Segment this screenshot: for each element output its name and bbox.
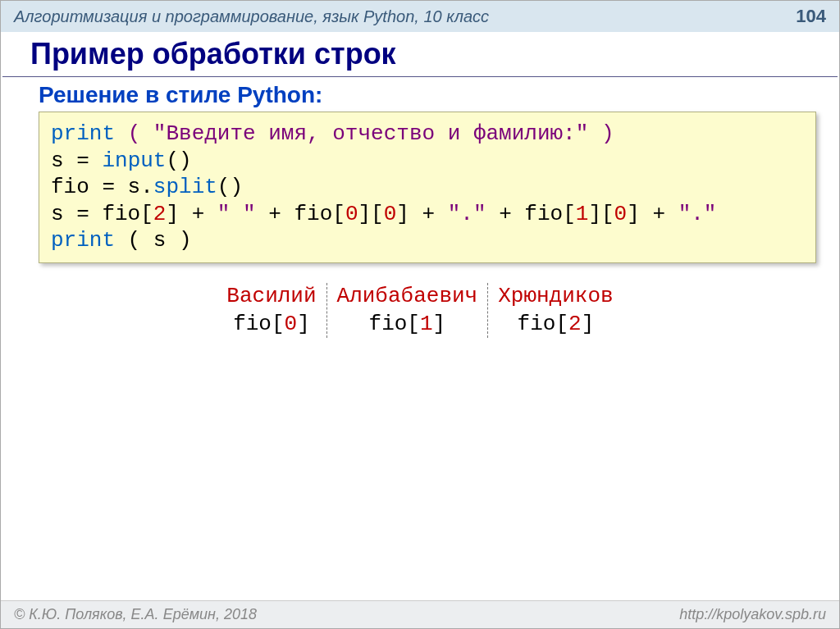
code-keyword: print	[51, 121, 115, 146]
subtitle: Решение в стиле Python:	[1, 77, 839, 112]
table-row: Василий Алибабаевич Хрюндиков	[218, 283, 621, 310]
header-bar: Алгоритмизация и программирование, язык …	[1, 1, 839, 32]
breadcrumb: Алгоритмизация и программирование, язык …	[14, 7, 489, 26]
code-string: ( "Введите имя, отчество и фамилию:" )	[128, 121, 614, 146]
divider	[326, 283, 327, 338]
page-title: Пример обработки строк	[2, 32, 838, 77]
example-label: fio[	[518, 312, 568, 336]
example-label: ]	[433, 312, 446, 336]
example-label: ]	[582, 312, 595, 336]
code-string: " "	[217, 202, 256, 226]
code-text: s = fio[	[51, 202, 153, 226]
copyright: © К.Ю. Поляков, Е.А. Ерёмин, 2018	[14, 606, 257, 623]
code-text: ()	[166, 148, 191, 173]
footer-link: http://kpolyakov.spb.ru	[679, 606, 826, 623]
code-number: 0	[614, 202, 628, 226]
page-number: 104	[796, 6, 826, 27]
example-block: Василий Алибабаевич Хрюндиков fio[0] fio…	[1, 281, 839, 340]
example-label: fio[	[233, 312, 284, 336]
code-keyword: print	[51, 228, 115, 253]
code-text: ( s )	[115, 228, 192, 253]
code-text: ][	[588, 202, 614, 226]
example-table: Василий Алибабаевич Хрюндиков fio[0] fio…	[217, 281, 623, 340]
code-text: ] +	[166, 202, 217, 226]
example-word: Василий	[226, 284, 316, 308]
code-text: + fio[	[486, 202, 576, 226]
code-keyword: split	[153, 175, 217, 199]
example-index: 0	[285, 312, 298, 336]
code-string: "."	[678, 202, 717, 226]
code-keyword: input	[102, 148, 166, 173]
divider	[487, 283, 488, 338]
code-text: s =	[51, 148, 102, 173]
code-text: fio = s.	[51, 175, 153, 199]
example-label: ]	[297, 312, 310, 336]
code-text: + fio[	[256, 202, 345, 226]
table-row: fio[0] fio[1] fio[2]	[218, 311, 621, 338]
example-word: Хрюндиков	[498, 284, 613, 308]
code-text: ][	[358, 202, 384, 226]
code-text: ] +	[396, 202, 447, 226]
footer: © К.Ю. Поляков, Е.А. Ерёмин, 2018 http:/…	[1, 600, 839, 628]
code-number: 2	[153, 202, 167, 226]
example-label: fio[	[369, 312, 420, 336]
example-index: 1	[420, 312, 433, 336]
example-word: Алибабаевич	[337, 284, 478, 308]
code-number: 0	[345, 202, 358, 226]
slide: Алгоритмизация и программирование, язык …	[0, 0, 840, 629]
code-number: 1	[576, 202, 589, 226]
example-index: 2	[568, 312, 582, 336]
code-block: print ( "Введите имя, отчество и фамилию…	[39, 112, 816, 263]
code-number: 0	[384, 202, 397, 226]
code-string: "."	[448, 202, 486, 226]
code-text: ] +	[627, 202, 678, 226]
code-text: ()	[217, 175, 243, 199]
